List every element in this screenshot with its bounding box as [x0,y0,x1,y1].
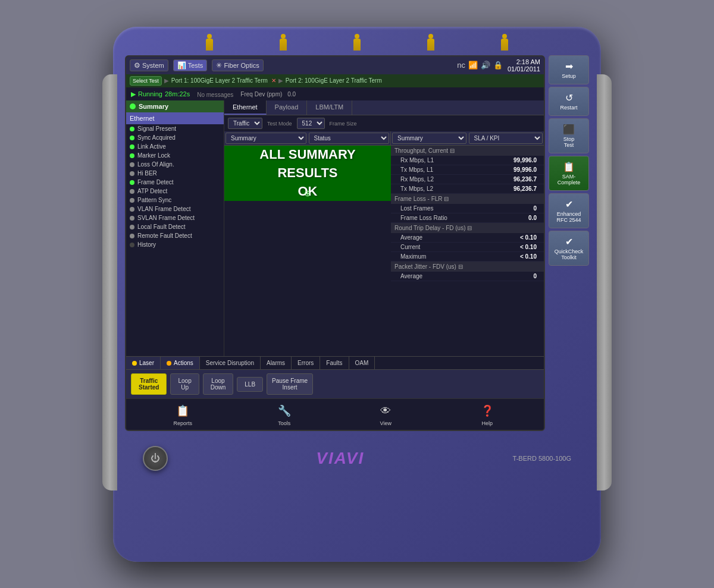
pause-frame-button[interactable]: Pause Frame Insert [267,373,313,395]
stats-value: < 0.10 [520,244,537,250]
power-button[interactable]: ⏻ [143,446,168,471]
tab-payload[interactable]: Payload [267,100,308,115]
left-items: Signal PresentSync AcquiredLink ActiveMa… [126,124,224,249]
item-label: ATP Detect [137,188,167,194]
stop-test-button[interactable]: ⬛ Stop Test [549,118,589,153]
system-icon: ⚙ [134,61,140,70]
stats-row: Tx Mbps, L296,236.7 [391,184,544,194]
select-test-button[interactable]: Select Test [130,76,162,86]
loop-up-label: Loop Up [178,378,191,391]
oam-label: OAM [355,360,369,366]
stats-section-header: Frame Loss - FLR ⊟ [391,194,544,204]
test-mode-select[interactable]: Traffic [228,118,262,129]
tab-lbm-ltm[interactable]: LBM/LTM [307,100,352,115]
tests-button[interactable]: 📊 Tests [173,59,208,71]
fiber-optics-button[interactable]: ✳ Fiber Optics [212,59,263,71]
stats-row: Maximum< 0.10 [391,252,544,262]
tab-alarms[interactable]: Alarms [261,357,292,369]
llb-button[interactable]: LLB [237,377,263,392]
stats-name: Rx Mbps, L1 [400,157,434,163]
enhanced-label: Enhanced RFC 2544 [556,211,581,223]
nc-icon: nc [457,61,465,70]
system-button[interactable]: ⚙ System [130,59,168,71]
quickcheck-button[interactable]: ✔ QuickCheck Toolkit [549,231,589,266]
nav-help[interactable]: ❓ Help [478,403,497,426]
stats-name: Average [400,273,422,279]
sam-complete-button[interactable]: 📋 SAM- Complete [549,156,589,191]
summary-select-left[interactable]: Summary [226,133,306,144]
stats-name: Frame Loss Ratio [400,215,447,221]
volume-icon: 🔊 [481,61,490,70]
time-display: 2:18 AM 01/01/2011 [508,58,540,73]
stats-value: 0.0 [528,215,537,221]
status-dot [130,127,134,131]
action-row: Traffic Started Loop Up Loop Down LLB Pa… [126,370,544,398]
tab-bar: Ethernet Payload LBM/LTM [224,100,544,115]
tab-errors[interactable]: Errors [292,357,320,369]
tab-laser[interactable]: Laser [126,357,161,369]
action-dot [167,361,171,366]
restart-button[interactable]: ↺ Restart [549,87,589,116]
device-bottom: ⏻ VIAVI T-BERD 5800-100G [125,437,589,480]
status-select[interactable]: Status [309,133,390,144]
setup-button[interactable]: ➡ Setup [549,55,589,84]
frame-size-select[interactable]: 512 [297,118,325,129]
tab-ethernet[interactable]: Ethernet [224,100,267,115]
tools-label: Tools [278,420,290,426]
fiber-label: Fiber Optics [224,62,259,69]
stats-value: < 0.10 [520,234,537,241]
pause-frame-label: Pause Frame Insert [272,378,308,391]
left-handle [102,74,117,490]
bottom-nav: 📋 Reports 🔧 Tools 👁 View ❓ Help [126,398,544,430]
freq-val: 0.0 [287,91,296,98]
loop-up-button[interactable]: Loop Up [170,373,199,395]
freq-dev: Freq Dev (ppm) 0.0 [240,91,296,98]
stats-value: 99,996.0 [513,157,537,163]
tab-actions[interactable]: Actions [161,357,200,369]
stats-row: Tx Mbps, L199,996.0 [391,165,544,175]
breadcrumb-bar: Select Test ▶ Port 1: 100GigE Layer 2 Tr… [126,74,544,88]
brand-logo: VIAVI [316,449,364,468]
run-triangle: ▶ [131,90,136,98]
status-dot [130,207,134,212]
stats-kpi-select[interactable]: SLA / KPI [469,133,543,144]
port1-close[interactable]: ✕ [271,77,276,84]
port2-breadcrumb: Port 2: 100GigE Layer 2 Traffic Term [286,77,382,84]
main-content: Summary Ethernet Signal PresentSync Acqu… [126,100,544,356]
results-nav[interactable]: ⊕ [304,188,311,198]
antenna-4 [427,39,434,51]
loop-down-button[interactable]: Loop Down [203,373,234,395]
top-bar: ⚙ System 📊 Tests ✳ Fiber Optics nc 📶 🔊 🔒 [126,56,544,74]
quickcheck-icon: ✔ [565,236,573,247]
tab-oam[interactable]: OAM [349,357,375,369]
nav-reports[interactable]: 📋 Reports [173,403,192,426]
help-label: Help [481,420,493,426]
battery-icon: 🔒 [493,61,503,70]
traffic-started-button[interactable]: Traffic Started [131,373,167,395]
reports-icon: 📋 [173,403,192,419]
stats-summary-select[interactable]: Summary [392,133,466,144]
nav-tools[interactable]: 🔧 Tools [275,403,294,426]
summary-dropdown-row: Summary Status [224,131,391,146]
no-messages: No messages [197,92,233,98]
left-item: History [126,240,224,249]
screen-area: ⚙ System 📊 Tests ✳ Fiber Optics nc 📶 🔊 🔒 [125,55,589,432]
tab-faults[interactable]: Faults [320,357,349,369]
ethernet-item[interactable]: Ethernet [126,112,224,124]
enhanced-rfc-button[interactable]: ✔ Enhanced RFC 2544 [549,193,589,228]
tests-label: Tests [188,62,203,69]
left-item: SVLAN Frame Detect [126,213,224,222]
results-line2: RESULTS [259,164,355,183]
tab-service-disruption[interactable]: Service Disruption [200,357,261,369]
sam-icon: 📋 [563,161,575,172]
left-item: Frame Detect [126,178,224,187]
stats-area: Summary SLA / KPI Throughput, Current ⊟R… [391,131,544,356]
left-item: ATP Detect [126,187,224,196]
main-screen: ⚙ System 📊 Tests ✳ Fiber Optics nc 📶 🔊 🔒 [125,55,545,432]
nav-view[interactable]: 👁 View [376,403,395,426]
sam-label: SAM- Complete [558,174,581,185]
stats-section-header: Throughput, Current ⊟ [391,146,544,156]
faults-label: Faults [326,360,342,366]
antenna-row [125,39,589,51]
left-item: Local Fault Detect [126,222,224,231]
